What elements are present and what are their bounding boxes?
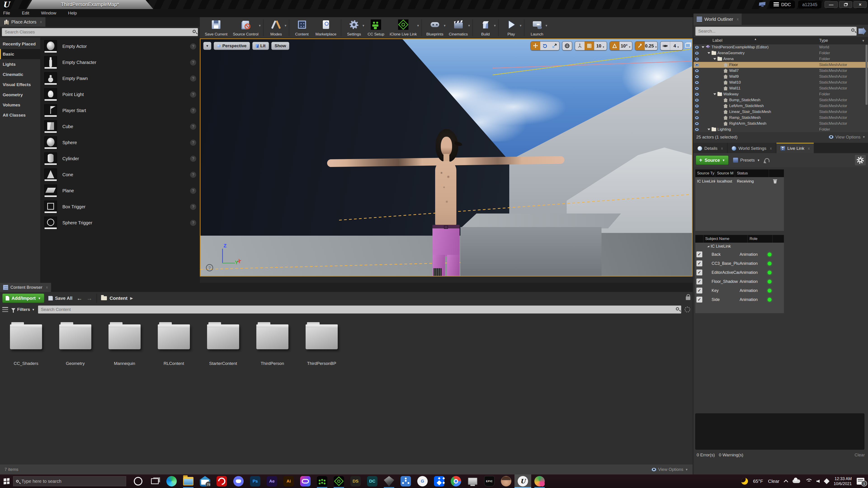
category-item[interactable]: Visual Effects (0, 79, 40, 90)
panel-tab[interactable]: Details x (693, 143, 727, 153)
taskbar-app-icon[interactable] (531, 475, 548, 488)
close-icon[interactable]: x (737, 17, 739, 21)
category-item[interactable]: All Classes (0, 110, 40, 120)
taskbar-app-icon[interactable] (314, 475, 331, 488)
help-icon[interactable]: ? (190, 188, 196, 194)
actor-list-item[interactable]: Point Light ? (40, 87, 200, 103)
content-folder[interactable]: Geometry (59, 325, 91, 366)
toolbar-button[interactable]: ▼ Cinematics (446, 18, 471, 37)
visibility-eye-icon[interactable] (693, 46, 700, 49)
menu-item[interactable]: Help (68, 11, 77, 15)
subject-checkbox[interactable]: ✓ (696, 269, 702, 275)
lit-mode-button[interactable]: Lit (252, 42, 269, 50)
taskbar-app-icon[interactable] (397, 475, 414, 488)
add-actor-icon[interactable] (859, 27, 866, 35)
viewport-help-icon[interactable]: ? (206, 264, 213, 271)
toolbar-button[interactable]: ▼ (524, 20, 524, 36)
chevron-down-icon[interactable]: ▼ (519, 24, 522, 27)
outliner-row[interactable]: Wall9 StaticMeshActor (693, 74, 868, 79)
expander-icon[interactable] (713, 93, 716, 95)
world-outliner-tab[interactable]: World Outliner x (693, 13, 742, 25)
subject-row[interactable]: ✓ Back Animation (695, 250, 784, 259)
scrollbar-thumb[interactable] (866, 45, 868, 105)
chevron-down-icon[interactable]: ▼ (284, 24, 287, 27)
actor-list-item[interactable]: Cube ? (40, 119, 200, 135)
actor-list-item[interactable]: Empty Pawn ? (40, 70, 200, 87)
chevron-down-icon[interactable]: ▼ (545, 24, 548, 27)
tutorial-cap-icon[interactable] (758, 2, 766, 7)
taskbar-search[interactable] (13, 476, 126, 486)
outliner-row[interactable]: RightArm_StaticMesh StaticMeshActor (693, 121, 868, 127)
toolbar-button[interactable]: ▼ Save Current (202, 18, 230, 37)
level-tab[interactable]: ThirdPersonExampleMap* (27, 0, 153, 9)
taskbar-app-icon[interactable]: Ps (247, 475, 264, 488)
actor-list-item[interactable]: Player Start ? (40, 103, 200, 119)
angle-snap-icon[interactable] (610, 41, 619, 50)
expander-icon[interactable] (713, 58, 716, 60)
search-content-input[interactable] (38, 305, 681, 314)
expander-icon[interactable] (702, 46, 704, 48)
livelink-settings-button[interactable] (855, 155, 866, 165)
taskbar-app-icon[interactable]: DC (364, 475, 381, 488)
taskbar-app-icon[interactable]: Ai (280, 475, 297, 488)
source-machine-header[interactable]: Source M (715, 169, 735, 177)
perspective-button[interactable]: Perspective (214, 42, 250, 50)
visibility-eye-icon[interactable] (693, 128, 700, 131)
close-icon[interactable]: x (40, 20, 42, 24)
toolbar-button[interactable]: ▼ Content (291, 18, 313, 37)
taskbar-app-icon[interactable]: Ae (264, 475, 280, 488)
visibility-eye-icon[interactable] (693, 52, 700, 55)
taskbar-app-icon[interactable]: EPIC (481, 475, 498, 488)
visibility-eye-icon[interactable] (693, 110, 700, 113)
taskbar-app-icon[interactable] (447, 475, 464, 488)
taskbar-app-icon[interactable]: DS (347, 475, 364, 488)
subject-checkbox[interactable]: ✓ (696, 252, 702, 257)
visibility-eye-icon[interactable] (693, 122, 700, 125)
toolbar-button[interactable]: ▼ (289, 20, 289, 36)
outliner-row[interactable]: Linear_Stair_StaticMesh StaticMeshActor (693, 109, 868, 115)
lock-icon[interactable] (686, 296, 690, 300)
view-options-button[interactable]: View Options▼ (829, 135, 865, 140)
subject-row[interactable]: ✓ Key Animation (695, 286, 784, 295)
level-viewport[interactable]: ▼ Perspective Lit Show (200, 38, 692, 276)
actor-list-item[interactable]: Sphere Trigger ? (40, 215, 200, 231)
toolbar-button[interactable]: ▼ iClone Live Link (387, 18, 420, 37)
angle-snap-value[interactable]: 10°▼ (619, 41, 632, 50)
clock[interactable]: 12:33 AM 10/6/2021 (834, 476, 852, 486)
subject-row[interactable]: ✓ EditorActiveCame Animation (695, 268, 784, 277)
taskbar-app-icon[interactable]: U (515, 475, 531, 488)
help-icon[interactable]: ? (190, 59, 196, 66)
visibility-eye-icon[interactable] (693, 116, 700, 119)
outliner-row[interactable]: Ramp_StaticMesh StaticMeshActor (693, 115, 868, 121)
content-folder[interactable]: ThirdPersonBP (306, 325, 338, 366)
source-type-header[interactable]: Source Ty (695, 169, 715, 177)
add-import-button[interactable]: Add/Import▼ (2, 293, 44, 303)
camera-speed-icon[interactable] (660, 41, 670, 50)
category-item[interactable]: Cinematic (0, 69, 40, 79)
category-item[interactable]: Lights (0, 59, 40, 69)
rotate-tool-button[interactable] (540, 41, 550, 50)
help-icon[interactable]: ? (190, 124, 196, 130)
taskbar-search-input[interactable] (22, 479, 123, 484)
sort-ascending-icon[interactable]: ▲ (754, 37, 757, 41)
help-icon[interactable]: ? (190, 204, 196, 210)
scale-snap-value[interactable]: 0.25▼ (645, 41, 657, 50)
subject-name-header[interactable]: Subject Name (704, 235, 748, 242)
viewport-options-button[interactable]: ▼ (203, 42, 211, 50)
category-item[interactable]: Recently Placed (0, 39, 40, 49)
close-icon[interactable]: x (808, 147, 810, 151)
expander-icon[interactable] (708, 129, 710, 130)
snap-widget-icon[interactable] (575, 41, 585, 50)
visibility-eye-icon[interactable] (693, 93, 700, 96)
content-folder[interactable]: Mannequin (108, 325, 141, 366)
outliner-row[interactable]: ArenaGeometry Folder (693, 50, 868, 56)
toolbar-button[interactable]: ▼ Settings (343, 18, 365, 37)
taskbar-app-icon[interactable] (297, 475, 314, 488)
subject-row[interactable]: ✓ Side Animation (695, 295, 784, 304)
category-item[interactable]: Geometry (0, 90, 40, 100)
taskbar-app-icon[interactable] (180, 475, 197, 488)
breadcrumb[interactable]: Content ▶ (101, 295, 133, 301)
toolbar-button[interactable]: ▼ CC Setup (365, 18, 387, 37)
close-icon[interactable]: x (770, 147, 772, 151)
outliner-row[interactable]: Walkway Folder (693, 91, 868, 97)
